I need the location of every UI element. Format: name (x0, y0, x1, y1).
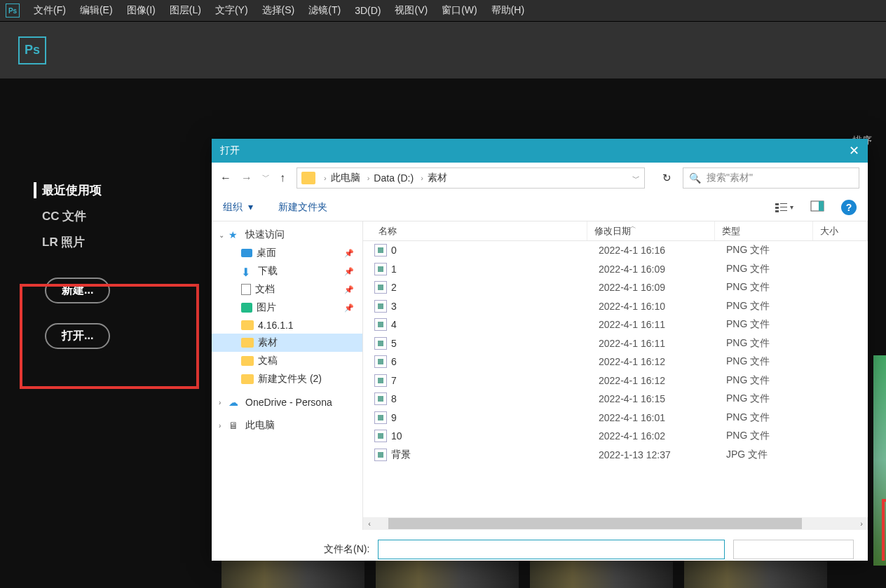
crumb-folder[interactable]: 素材 (428, 172, 447, 184)
file-type: PNG 文件 (726, 318, 824, 331)
forward-button[interactable]: → (241, 172, 252, 184)
tree-folder[interactable]: 新建文件夹 (2) (212, 370, 362, 388)
file-row[interactable]: 82022-4-1 16:15PNG 文件 (363, 390, 868, 409)
crumb-thispc[interactable]: 此电脑 (331, 172, 360, 184)
close-button[interactable]: ✕ (849, 143, 859, 158)
file-type: JPG 文件 (726, 449, 824, 461)
file-name: 0 (391, 245, 599, 256)
scrollbar-thumb[interactable] (388, 518, 802, 529)
file-row[interactable]: 72022-4-1 16:12PNG 文件 (363, 371, 868, 390)
dialog-title: 打开 (220, 144, 240, 157)
file-date: 2022-4-1 16:09 (599, 282, 726, 293)
menu-3d[interactable]: 3D(D) (355, 5, 381, 16)
annotation-highlight-box (20, 284, 199, 389)
col-size[interactable]: 大小 (813, 221, 868, 240)
file-row[interactable]: 62022-4-1 16:12PNG 文件 (363, 353, 868, 371)
chevron-down-icon[interactable]: ﹀ (632, 173, 640, 184)
file-type: PNG 文件 (726, 430, 824, 442)
image-file-icon (374, 430, 387, 442)
chevron-right-icon[interactable]: › (324, 174, 327, 182)
new-folder-button[interactable]: 新建文件夹 (278, 201, 327, 214)
tree-folder[interactable]: 4.16.1.1 (212, 317, 362, 334)
desktop-icon (241, 249, 252, 257)
photoshop-logo: Ps (18, 36, 46, 64)
file-name: 2 (391, 282, 599, 293)
folder-icon (301, 172, 315, 184)
file-row[interactable]: 92022-4-1 16:01PNG 文件 (363, 409, 868, 428)
nav-recent[interactable]: 最近使用项 (34, 182, 102, 198)
menu-select[interactable]: 选择(S) (262, 4, 295, 17)
col-date[interactable]: 修改日期 (587, 221, 715, 240)
scroll-right-icon[interactable]: › (855, 519, 868, 528)
organize-button[interactable]: 组织 ▾ (223, 201, 253, 214)
filename-input[interactable] (378, 540, 725, 559)
menu-help[interactable]: 帮助(H) (491, 4, 524, 17)
chevron-right-icon[interactable]: › (421, 174, 423, 182)
onedrive-icon: ☁ (229, 397, 241, 408)
back-button[interactable]: ← (220, 172, 231, 184)
tree-downloads[interactable]: ⬇下载📌 (212, 262, 362, 280)
tree-documents[interactable]: 文档📌 (212, 280, 362, 299)
menu-view[interactable]: 视图(V) (395, 4, 428, 17)
file-date: 2022-4-1 16:10 (599, 301, 726, 312)
help-icon[interactable]: ? (841, 200, 857, 215)
file-row[interactable]: 102022-4-1 16:02PNG 文件 (363, 427, 868, 446)
file-name: 3 (391, 301, 599, 312)
refresh-button[interactable]: ↻ (656, 167, 677, 189)
tree-quick-access[interactable]: ⌄★快速访问 (212, 226, 362, 244)
tree-desktop[interactable]: 桌面📌 (212, 244, 362, 262)
tree-folder-selected[interactable]: 素材 (212, 334, 362, 352)
file-columns-header: 名称 修改日期 类型 大小 ︿ (363, 221, 868, 241)
horizontal-scrollbar[interactable]: ‹ › (363, 517, 868, 530)
up-button[interactable]: ↑ (280, 172, 285, 184)
menu-filter[interactable]: 滤镜(T) (308, 4, 341, 17)
file-name: 4 (391, 319, 599, 330)
filetype-dropdown[interactable] (733, 540, 854, 559)
pin-icon: 📌 (344, 303, 354, 313)
menu-bar: Ps 文件(F) 编辑(E) 图像(I) 图层(L) 文字(Y) 选择(S) 滤… (0, 0, 886, 21)
file-type: PNG 文件 (726, 355, 824, 368)
file-row[interactable]: 42022-4-1 16:11PNG 文件 (363, 315, 868, 334)
file-name: 7 (391, 375, 599, 386)
pin-icon: 📌 (344, 267, 354, 276)
file-date: 2022-4-1 16:12 (599, 375, 726, 386)
file-row[interactable]: 32022-4-1 16:10PNG 文件 (363, 297, 868, 316)
breadcrumb-bar[interactable]: › 此电脑 › Data (D:) › 素材 ﹀ (297, 167, 645, 189)
menu-type[interactable]: 文字(Y) (215, 4, 248, 17)
menu-file[interactable]: 文件(F) (34, 4, 66, 17)
menu-window[interactable]: 窗口(W) (442, 4, 477, 17)
options-bar: Ps (0, 21, 886, 78)
file-row[interactable]: 02022-4-1 16:16PNG 文件 (363, 241, 868, 260)
sort-indicator-icon: ︿ (629, 221, 636, 231)
menu-image[interactable]: 图像(I) (127, 4, 156, 17)
file-list: 02022-4-1 16:16PNG 文件12022-4-1 16:09PNG … (363, 241, 868, 517)
menu-layer[interactable]: 图层(L) (170, 4, 201, 17)
search-input[interactable]: 🔍 搜索"素材" (683, 167, 859, 189)
file-name: 10 (391, 430, 599, 442)
scroll-left-icon[interactable]: ‹ (363, 519, 376, 528)
menu-edit[interactable]: 编辑(E) (80, 4, 113, 17)
view-mode-button[interactable]: ▾ (775, 202, 793, 213)
col-name[interactable]: 名称 (363, 221, 587, 240)
recent-locations-button[interactable]: ﹀ (262, 172, 270, 184)
file-row[interactable]: 背景2022-1-13 12:37JPG 文件 (363, 446, 868, 465)
chevron-right-icon[interactable]: › (367, 174, 370, 182)
file-type: PNG 文件 (726, 337, 824, 350)
download-icon: ⬇ (241, 266, 254, 277)
svg-rect-4 (780, 207, 787, 207)
preview-pane-button[interactable] (810, 200, 824, 214)
tree-pictures[interactable]: 图片📌 (212, 299, 362, 317)
tree-folder[interactable]: 文稿 (212, 352, 362, 370)
nav-lr-photos[interactable]: LR 照片 (42, 234, 102, 250)
file-row[interactable]: 52022-4-1 16:11PNG 文件 (363, 334, 868, 353)
file-date: 2022-1-13 12:37 (599, 449, 726, 460)
tree-thispc[interactable]: ›🖥此电脑 (212, 416, 362, 435)
file-row[interactable]: 22022-4-1 16:09PNG 文件 (363, 278, 868, 297)
crumb-drive[interactable]: Data (D:) (374, 172, 414, 184)
file-row[interactable]: 12022-4-1 16:09PNG 文件 (363, 260, 868, 279)
col-type[interactable]: 类型 (715, 221, 813, 240)
tree-onedrive[interactable]: ›☁OneDrive - Persona (212, 394, 362, 411)
nav-cc-files[interactable]: CC 文件 (42, 208, 102, 224)
search-placeholder: 搜索"素材" (707, 172, 753, 184)
pin-icon: 📌 (344, 249, 354, 258)
